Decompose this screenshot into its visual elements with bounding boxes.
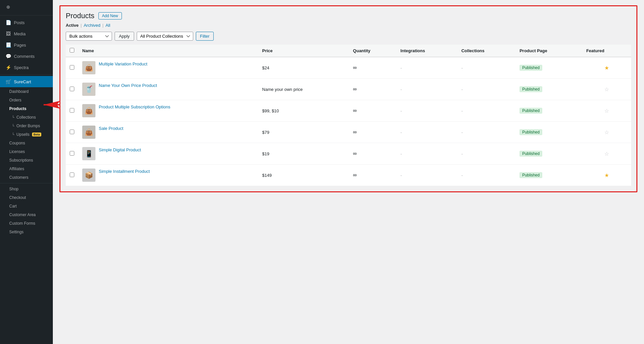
surecart-icon: 🛒 [5,79,11,85]
product-name-link[interactable]: Product Multiple Subscription Options [99,104,170,110]
row-featured[interactable]: ☆ [582,143,631,165]
apply-button[interactable]: Apply [115,32,134,41]
filter-button[interactable]: Filter [196,32,214,41]
tab-all[interactable]: All [105,23,110,28]
tab-archived[interactable]: Archived [84,23,100,28]
row-integrations: - [397,165,457,186]
row-featured[interactable]: ☆ [582,122,631,143]
product-thumbnail: 🥤 [82,83,95,96]
row-quantity: ∞ [349,165,397,186]
sidebar-item-comments[interactable]: 💬 Comments [0,51,53,62]
sidebar-item-coupons[interactable]: Coupons [0,139,53,147]
header-checkbox-col [66,45,78,57]
product-name-link[interactable]: Sale Product [99,126,123,132]
row-featured[interactable]: ★ [582,165,631,186]
sidebar-item-shop[interactable]: Shop [0,185,53,193]
header-product-page: Product Page [516,45,582,57]
sidebar-item-cart[interactable]: Cart [0,202,53,210]
sidebar-item-orders[interactable]: Orders [0,96,53,104]
dashboard-label: Dashboard [9,89,29,94]
product-name-link[interactable]: Simple Digital Product [99,147,141,153]
row-checkbox-cell [66,122,78,143]
affiliates-label: Affiliates [9,167,24,171]
row-checkbox-cell [66,100,78,122]
select-all-checkbox[interactable] [70,48,74,53]
row-checkbox[interactable] [70,87,74,91]
row-price: $19 [258,143,349,165]
star-empty-icon[interactable]: ☆ [604,151,609,157]
collection-filter-select[interactable]: All Product Collections [137,32,193,41]
row-quantity: ∞ [349,100,397,122]
row-quantity: ∞ [349,122,397,143]
sidebar-item-pages[interactable]: 📃 Pages [0,39,53,51]
row-price: $99, $10 [258,100,349,122]
sidebar-item-spectra[interactable]: ⚡ Spectra [0,62,53,73]
tab-active[interactable]: Active [66,23,79,28]
products-panel: Products Add New Active | Archived | All… [59,5,637,192]
sub-indent: └ [12,115,15,119]
sidebar-item-subscriptions[interactable]: Subscriptions [0,156,53,165]
sidebar-item-customers[interactable]: Customers [0,173,53,182]
table-row: 👜 Multiple Variation Product $24 ∞ - - P… [66,57,631,79]
coupons-label: Coupons [9,141,25,145]
star-filled-icon[interactable]: ★ [604,65,609,71]
star-empty-icon[interactable]: ☆ [604,108,609,114]
media-icon: 🖼 [5,31,11,37]
product-name-link[interactable]: Name Your Own Price Product [99,83,157,89]
row-featured[interactable]: ☆ [582,79,631,100]
table-header-row: Name Price Quantity Integrations Collect… [66,45,631,57]
spectra-icon: ⚡ [5,64,11,70]
sidebar-item-affiliates[interactable]: Affiliates [0,165,53,173]
star-empty-icon[interactable]: ☆ [604,130,609,135]
customer-area-label: Customer Area [9,212,36,217]
row-integrations: - [397,57,457,79]
settings-label: Settings [9,230,23,234]
sidebar-item-surecart[interactable]: 🛒 SureCart [0,76,53,87]
row-checkbox[interactable] [70,65,74,70]
sidebar-item-products[interactable]: Products [0,104,53,113]
sidebar-item-licenses[interactable]: Licenses [0,147,53,156]
orders-label: Orders [9,98,21,102]
sidebar-item-media[interactable]: 🖼 Media [0,28,53,39]
row-checkbox[interactable] [70,130,74,134]
row-featured[interactable]: ★ [582,57,631,79]
sidebar-item-upsells[interactable]: └ Upsells Beta [0,130,53,139]
star-empty-icon[interactable]: ☆ [604,87,609,92]
table-row: 📱 Simple Digital Product $19 ∞ - - Publi… [66,143,631,165]
row-price: $149 [258,165,349,186]
table-row: 📦 Simple Installment Product $149 ∞ - - … [66,165,631,186]
sidebar-item-collections[interactable]: └ Collections [0,113,53,122]
page-title: Products [66,12,94,20]
add-new-button[interactable]: Add New [98,12,122,19]
row-collections: - [457,57,516,79]
product-cell: 👜 Multiple Variation Product [82,61,254,74]
sidebar-item-posts[interactable]: 📄 Posts [0,17,53,28]
row-collections: - [457,143,516,165]
row-checkbox[interactable] [70,172,74,177]
bulk-actions-select[interactable]: Bulk actions [66,32,112,41]
sidebar-item-customer-area[interactable]: Customer Area [0,210,53,219]
sidebar-item-dashboard[interactable]: Dashboard [0,87,53,96]
checkout-label: Checkout [9,195,26,200]
star-filled-icon[interactable]: ★ [604,172,609,178]
product-name-link[interactable]: Simple Installment Product [99,169,150,174]
product-thumbnail: 👜 [82,126,95,139]
sidebar-item-settings[interactable]: Settings [0,228,53,236]
sidebar: ⊕ 📄 Posts 🖼 Media 📃 Pages 💬 Comments ⚡ S… [0,0,53,344]
sidebar-item-custom-forms[interactable]: Custom Forms [0,219,53,228]
header-collections: Collections [457,45,516,57]
sidebar-item-order-bumps[interactable]: └ Order Bumps [0,122,53,130]
row-checkbox[interactable] [70,108,74,113]
row-featured[interactable]: ☆ [582,100,631,122]
wordpress-icon: ⊕ [5,4,11,10]
sidebar-item-label: Posts [14,20,25,25]
row-product-page: Published [516,122,582,143]
row-integrations: - [397,100,457,122]
posts-icon: 📄 [5,19,11,25]
row-checkbox[interactable] [70,151,74,156]
row-name-cell: 👜 Product Multiple Subscription Options [78,100,258,122]
sidebar-item-checkout[interactable]: Checkout [0,193,53,202]
row-name-cell: 🥤 Name Your Own Price Product [78,79,258,100]
product-name-link[interactable]: Multiple Variation Product [99,61,147,67]
upsells-label: Upsells [17,132,29,137]
